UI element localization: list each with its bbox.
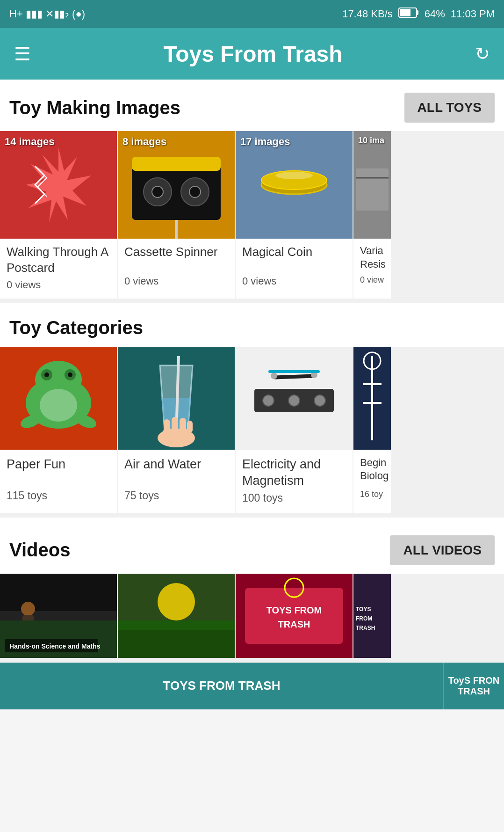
toy-categories-title: Toy Categories <box>9 317 143 338</box>
video-card[interactable]: TOYS FROM TRASH <box>236 574 353 658</box>
toy-card[interactable]: 14 images Walking Through A Postcard 0 v… <box>0 131 117 299</box>
svg-rect-39 <box>164 419 170 433</box>
category-card[interactable]: Paper Fun 115 toys <box>0 347 117 513</box>
toy-views: 0 views <box>242 275 346 287</box>
main-content: Toy Making Images ALL TOYS 14 images <box>0 80 504 663</box>
category-info: Air and Water 75 toys <box>118 450 235 511</box>
category-image <box>236 347 353 450</box>
app-title: Toys From Trash <box>163 41 342 67</box>
all-toys-button[interactable]: ALL TOYS <box>404 93 495 123</box>
svg-rect-2 <box>400 9 410 16</box>
toy-views: 0 view <box>360 275 384 285</box>
toy-images-header: Toy Making Images ALL TOYS <box>0 80 504 131</box>
toy-name: VariaResis <box>360 244 384 272</box>
svg-point-9 <box>152 186 163 197</box>
svg-point-66 <box>158 583 195 620</box>
category-card-partial[interactable]: Begin Biolog 16 toy <box>353 347 391 513</box>
svg-point-59 <box>21 602 35 616</box>
svg-point-29 <box>68 372 72 377</box>
refresh-button[interactable]: ↻ <box>475 44 490 64</box>
footer-right: ToyS FRON TRASH <box>443 663 504 709</box>
category-info: Paper Fun 115 toys <box>0 450 117 511</box>
image-count: 8 images <box>122 136 166 148</box>
video-card[interactable]: Hands-on Science and Maths <box>0 574 117 658</box>
footer: TOYS FROM TRASH ToyS FRON TRASH <box>0 663 504 709</box>
svg-point-10 <box>189 186 201 197</box>
svg-rect-40 <box>172 417 178 432</box>
category-count: 115 toys <box>7 489 110 502</box>
svg-text:Hands-on Science and Maths: Hands-on Science and Maths <box>9 642 101 650</box>
toy-images-title: Toy Making Images <box>9 97 180 118</box>
status-right: 17.48 KB/s 64% 11:03 PM <box>342 7 495 22</box>
category-image <box>0 347 117 450</box>
video-card[interactable] <box>118 574 235 658</box>
svg-rect-13 <box>132 157 221 171</box>
svg-point-45 <box>263 395 274 406</box>
category-card[interactable]: Air and Water 75 toys <box>118 347 235 513</box>
image-count: 17 images <box>240 136 290 148</box>
svg-rect-51 <box>268 370 320 373</box>
image-count: 10 ima <box>358 136 384 146</box>
toy-views: 0 views <box>7 279 110 291</box>
category-count: 100 toys <box>242 492 346 504</box>
category-name: Air and Water <box>124 456 228 487</box>
svg-text:TRASH: TRASH <box>356 625 375 631</box>
svg-point-47 <box>314 395 325 406</box>
status-bar: H+ ▮▮▮ ✕▮▮₂ (●) 17.48 KB/s 64% 11:03 PM <box>0 0 504 28</box>
battery-icon <box>398 7 419 22</box>
toy-card-image: 8 images <box>118 131 235 239</box>
toy-views: 0 views <box>124 275 228 287</box>
videos-row: Hands-on Science and Maths <box>0 574 504 663</box>
toy-card-info: Cassette Spinner 0 views <box>118 239 235 295</box>
svg-text:TOYS: TOYS <box>356 606 371 613</box>
toy-card-image: 14 images <box>0 131 117 239</box>
category-image-partial <box>353 347 391 450</box>
svg-rect-69 <box>245 588 343 644</box>
svg-rect-41 <box>180 418 186 432</box>
toy-card-image: 17 images <box>236 131 353 239</box>
svg-text:TOYS FROM: TOYS FROM <box>266 605 322 615</box>
category-image <box>118 347 235 450</box>
video-card-partial[interactable]: TOYS FROM TRASH <box>353 574 391 658</box>
time-display: 11:03 PM <box>451 8 495 20</box>
category-name: Begin Biolog <box>360 456 384 487</box>
menu-button[interactable]: ☰ <box>14 43 31 65</box>
footer-right-text: ToyS FRON TRASH <box>444 675 504 697</box>
svg-rect-1 <box>417 10 418 15</box>
toy-card-info: Walking Through A Postcard 0 views <box>0 239 117 299</box>
toy-name: Walking Through A Postcard <box>7 244 110 276</box>
toy-name: Magical Coin <box>242 244 346 272</box>
videos-title: Videos <box>9 540 70 561</box>
footer-left: TOYS FROM TRASH <box>0 663 443 709</box>
svg-text:FROM: FROM <box>356 615 372 622</box>
svg-point-30 <box>40 389 77 422</box>
category-card[interactable]: Electricity and Magnetism 100 toys <box>236 347 353 513</box>
svg-rect-67 <box>118 630 235 658</box>
signal-icon: H+ ▮▮▮ ✕▮▮₂ (●) <box>9 8 85 20</box>
network-speed: 17.48 KB/s <box>342 8 393 20</box>
toy-card[interactable]: 8 images Cassette Spinner 0 views <box>118 131 235 299</box>
svg-point-46 <box>288 395 300 406</box>
toy-card-partial[interactable]: 10 ima VariaResis 0 view <box>353 131 391 299</box>
toy-card-info: Magical Coin 0 views <box>236 239 353 295</box>
svg-point-28 <box>44 372 49 377</box>
category-count: 16 toy <box>360 489 384 499</box>
toy-categories-header: Toy Categories <box>0 303 504 347</box>
svg-rect-21 <box>356 168 389 211</box>
app-bar: ☰ Toys From Trash ↻ <box>0 28 504 80</box>
battery-percent: 64% <box>425 8 445 20</box>
category-info: Electricity and Magnetism 100 toys <box>236 450 353 513</box>
videos-section: Videos ALL VIDEOS Hands-on Science and M <box>0 518 504 663</box>
all-videos-button[interactable]: ALL VIDEOS <box>390 535 495 565</box>
image-count: 14 images <box>5 136 54 148</box>
toy-name: Cassette Spinner <box>124 244 228 272</box>
videos-header: Videos ALL VIDEOS <box>0 522 504 574</box>
status-left: H+ ▮▮▮ ✕▮▮₂ (●) <box>9 8 85 20</box>
svg-text:TRASH: TRASH <box>278 619 310 629</box>
toy-card-info: VariaResis 0 view <box>353 239 391 292</box>
toy-card[interactable]: 17 images Magical Coin 0 views <box>236 131 353 299</box>
svg-point-49 <box>271 372 277 379</box>
category-name: Paper Fun <box>7 456 110 487</box>
category-info: Begin Biolog 16 toy <box>353 450 391 508</box>
toy-categories-row: Paper Fun 115 toys <box>0 347 504 518</box>
